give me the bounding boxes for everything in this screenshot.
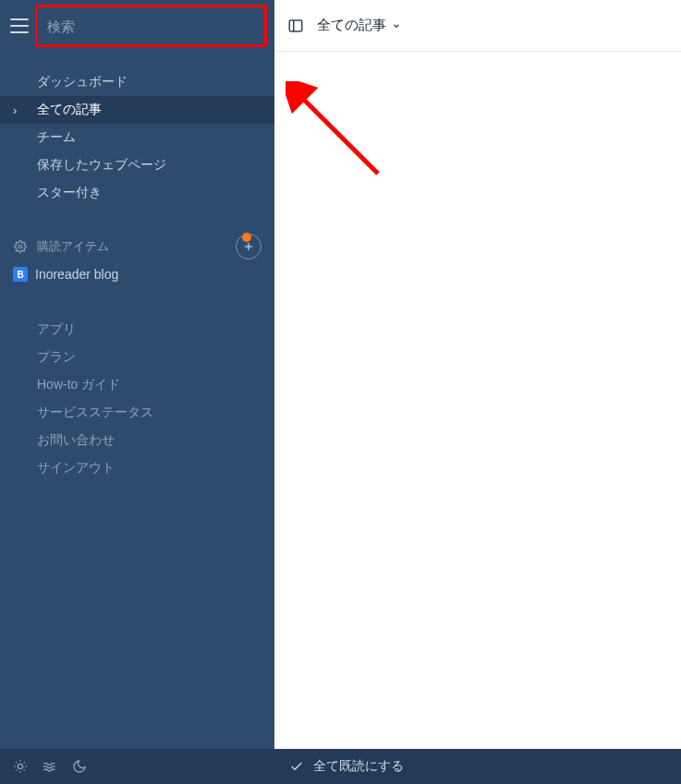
svg-line-7 (24, 770, 25, 771)
secondary-item-apps[interactable]: アプリ (0, 316, 274, 344)
sidebar-item-label: ダッシュボード (37, 74, 128, 90)
main-header: 全ての記事 (274, 0, 681, 52)
secondary-item-label: サービスステータス (37, 404, 153, 421)
sidebar-item-starred[interactable]: スター付き (0, 179, 274, 207)
notification-dot-icon (242, 233, 251, 242)
mark-all-read-label: 全て既読にする (313, 758, 404, 775)
secondary-item-label: How-to ガイド (37, 377, 120, 393)
subscriptions-section-header: 購読アイテム (0, 233, 274, 260)
feed-item-inoreader-blog[interactable]: B Inoreader blog (0, 260, 274, 288)
svg-line-11 (24, 762, 25, 763)
svg-line-15 (298, 94, 378, 174)
brightness-icon[interactable] (13, 759, 28, 774)
sidebar-item-label: 保存したウェブページ (37, 157, 166, 174)
secondary-item-label: サインアウト (37, 460, 115, 476)
secondary-nav: アプリ プラン How-to ガイド サービスステータス お問い合わせ サインア… (0, 316, 274, 482)
sidebar-item-all-articles[interactable]: › 全ての記事 (0, 96, 274, 124)
subscriptions-title: 購読アイテム (37, 238, 109, 255)
gear-icon[interactable] (13, 239, 28, 254)
secondary-item-contact[interactable]: お問い合わせ (0, 427, 274, 454)
svg-line-6 (16, 762, 17, 763)
check-icon (289, 759, 304, 774)
secondary-item-label: お問い合わせ (37, 432, 115, 449)
hamburger-button[interactable] (7, 14, 31, 38)
svg-point-3 (18, 764, 22, 768)
chevron-down-icon (392, 21, 401, 30)
secondary-item-signout[interactable]: サインアウト (0, 454, 274, 482)
header-title-dropdown[interactable]: 全ての記事 (317, 17, 401, 34)
search-highlight-box (35, 5, 267, 47)
add-subscription-button[interactable] (236, 234, 261, 259)
main-body (274, 52, 681, 749)
sidebar-item-dashboard[interactable]: ダッシュボード (0, 68, 274, 96)
sidebar-item-label: スター付き (37, 185, 102, 201)
secondary-item-label: プラン (37, 349, 76, 366)
nav-block: ダッシュボード › 全ての記事 チーム 保存したウェブページ スター付き (0, 68, 274, 207)
svg-point-0 (18, 245, 22, 248)
sidebar-footer (0, 749, 274, 784)
sidebar: ダッシュボード › 全ての記事 チーム 保存したウェブページ スター付き 購読ア… (0, 0, 274, 784)
layout-icon[interactable] (287, 18, 304, 34)
svg-line-10 (16, 770, 17, 771)
moon-icon[interactable] (72, 759, 87, 774)
sidebar-item-label: チーム (37, 129, 76, 146)
mark-all-read-button[interactable]: 全て既読にする (274, 749, 681, 784)
header-title-text: 全ての記事 (317, 17, 386, 34)
svg-rect-12 (289, 20, 302, 31)
secondary-item-label: アプリ (37, 321, 76, 338)
chevron-right-icon: › (13, 103, 17, 117)
sidebar-item-saved-pages[interactable]: 保存したウェブページ (0, 151, 274, 179)
sidebar-item-label: 全ての記事 (37, 102, 102, 118)
feed-badge: B (13, 267, 28, 282)
secondary-item-status[interactable]: サービスステータス (0, 399, 274, 427)
waves-icon[interactable] (43, 759, 57, 774)
sidebar-item-team[interactable]: チーム (0, 124, 274, 151)
sidebar-top (0, 0, 274, 52)
secondary-item-howto[interactable]: How-to ガイド (0, 371, 274, 399)
annotation-arrow-icon (286, 81, 396, 192)
secondary-item-plans[interactable]: プラン (0, 344, 274, 371)
search-input[interactable] (47, 18, 255, 34)
main-pane: 全ての記事 全て既読にする (274, 0, 681, 784)
feed-item-label: Inoreader blog (35, 267, 118, 282)
